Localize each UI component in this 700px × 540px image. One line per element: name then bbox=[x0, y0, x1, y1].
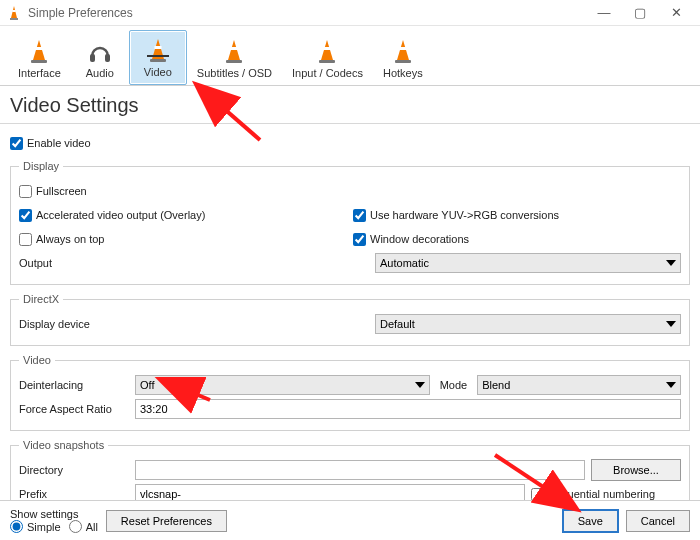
vlc-app-icon bbox=[6, 5, 22, 21]
svg-rect-13 bbox=[231, 47, 238, 50]
display-device-label: Display device bbox=[19, 318, 369, 330]
svg-rect-7 bbox=[105, 54, 110, 62]
svg-rect-9 bbox=[154, 46, 161, 49]
svg-rect-1 bbox=[12, 10, 16, 12]
tab-input[interactable]: Input / Codecs bbox=[282, 32, 373, 85]
page-title: Video Settings bbox=[0, 86, 700, 124]
yuv-checkbox[interactable]: Use hardware YUV->RGB conversions bbox=[353, 209, 559, 222]
sequential-input[interactable] bbox=[531, 488, 544, 501]
prefix-label: Prefix bbox=[19, 488, 129, 500]
directory-input[interactable] bbox=[135, 460, 585, 480]
close-button[interactable]: ✕ bbox=[658, 1, 694, 25]
svg-rect-4 bbox=[36, 47, 43, 50]
svg-rect-5 bbox=[31, 60, 47, 63]
mode-label: Mode bbox=[436, 379, 472, 391]
minimize-button[interactable]: — bbox=[586, 1, 622, 25]
deinterlacing-label: Deinterlacing bbox=[19, 379, 129, 391]
directx-group: DirectX Display device Default bbox=[10, 293, 690, 346]
accel-output-checkbox[interactable]: Accelerated video output (Overlay) bbox=[19, 209, 205, 222]
tab-label: Video bbox=[144, 66, 172, 78]
tab-hotkeys[interactable]: Hotkeys bbox=[373, 32, 433, 85]
reset-preferences-button[interactable]: Reset Preferences bbox=[106, 510, 227, 532]
cone-icon bbox=[390, 38, 416, 64]
deinterlacing-combo[interactable]: Off bbox=[135, 375, 430, 395]
directory-label: Directory bbox=[19, 464, 129, 476]
tab-video[interactable]: Video bbox=[129, 30, 187, 85]
save-button[interactable]: Save bbox=[563, 510, 618, 532]
video-group: Video Deinterlacing Off Mode Blend Force… bbox=[10, 354, 690, 431]
yuv-input[interactable] bbox=[353, 209, 366, 222]
cone-icon bbox=[145, 37, 171, 63]
always-on-top-input[interactable] bbox=[19, 233, 32, 246]
sequential-checkbox[interactable]: Sequential numbering bbox=[531, 488, 681, 501]
tab-label: Subtitles / OSD bbox=[197, 67, 272, 79]
prefs-tabstrip: Interface Audio Video Subtitles / OSD In… bbox=[0, 26, 700, 86]
svg-rect-10 bbox=[150, 59, 166, 62]
browse-button[interactable]: Browse... bbox=[591, 459, 681, 481]
show-settings-label: Show settings bbox=[10, 508, 98, 520]
titlebar: Simple Preferences — ▢ ✕ bbox=[0, 0, 700, 26]
tab-label: Audio bbox=[86, 67, 114, 79]
fullscreen-checkbox[interactable]: Fullscreen bbox=[19, 185, 87, 198]
window-dec-checkbox[interactable]: Window decorations bbox=[353, 233, 469, 246]
cone-icon bbox=[26, 38, 52, 64]
cone-icon bbox=[221, 38, 247, 64]
svg-rect-14 bbox=[226, 60, 242, 63]
tab-interface[interactable]: Interface bbox=[8, 32, 71, 85]
cone-icon bbox=[314, 38, 340, 64]
enable-video-checkbox[interactable]: Enable video bbox=[10, 137, 91, 150]
snapshots-legend: Video snapshots bbox=[19, 439, 108, 451]
headphones-icon bbox=[87, 38, 113, 64]
window-title: Simple Preferences bbox=[28, 6, 586, 20]
mode-combo[interactable]: Blend bbox=[477, 375, 681, 395]
display-group: Display Fullscreen Accelerated video out… bbox=[10, 160, 690, 285]
aspect-ratio-input[interactable] bbox=[135, 399, 681, 419]
footer: Show settings Simple All Reset Preferenc… bbox=[0, 500, 700, 540]
output-label: Output bbox=[19, 257, 369, 269]
tab-audio[interactable]: Audio bbox=[71, 32, 129, 85]
tab-subtitles[interactable]: Subtitles / OSD bbox=[187, 32, 282, 85]
tab-label: Hotkeys bbox=[383, 67, 423, 79]
show-settings: Show settings Simple All bbox=[10, 508, 98, 533]
accel-output-input[interactable] bbox=[19, 209, 32, 222]
svg-rect-16 bbox=[324, 47, 331, 50]
tab-label: Interface bbox=[18, 67, 61, 79]
enable-video-label: Enable video bbox=[27, 137, 91, 149]
svg-rect-19 bbox=[399, 47, 406, 50]
maximize-button[interactable]: ▢ bbox=[622, 1, 658, 25]
fullscreen-input[interactable] bbox=[19, 185, 32, 198]
svg-rect-11 bbox=[147, 55, 169, 57]
svg-rect-17 bbox=[319, 60, 335, 63]
cancel-button[interactable]: Cancel bbox=[626, 510, 690, 532]
display-legend: Display bbox=[19, 160, 63, 172]
video-legend: Video bbox=[19, 354, 55, 366]
aspect-label: Force Aspect Ratio bbox=[19, 403, 129, 415]
directx-legend: DirectX bbox=[19, 293, 63, 305]
svg-rect-6 bbox=[90, 54, 95, 62]
prefix-input[interactable] bbox=[135, 484, 525, 500]
svg-rect-2 bbox=[10, 18, 18, 20]
output-combo[interactable]: Automatic bbox=[375, 253, 681, 273]
snapshots-group: Video snapshots Directory Browse... Pref… bbox=[10, 439, 690, 500]
simple-radio[interactable]: Simple bbox=[10, 520, 61, 533]
all-radio[interactable]: All bbox=[69, 520, 98, 533]
settings-scroll[interactable]: Enable video Display Fullscreen Accelera… bbox=[0, 124, 700, 500]
svg-rect-20 bbox=[395, 60, 411, 63]
always-on-top-checkbox[interactable]: Always on top bbox=[19, 233, 104, 246]
tab-label: Input / Codecs bbox=[292, 67, 363, 79]
display-device-combo[interactable]: Default bbox=[375, 314, 681, 334]
window-dec-input[interactable] bbox=[353, 233, 366, 246]
enable-video-input[interactable] bbox=[10, 137, 23, 150]
